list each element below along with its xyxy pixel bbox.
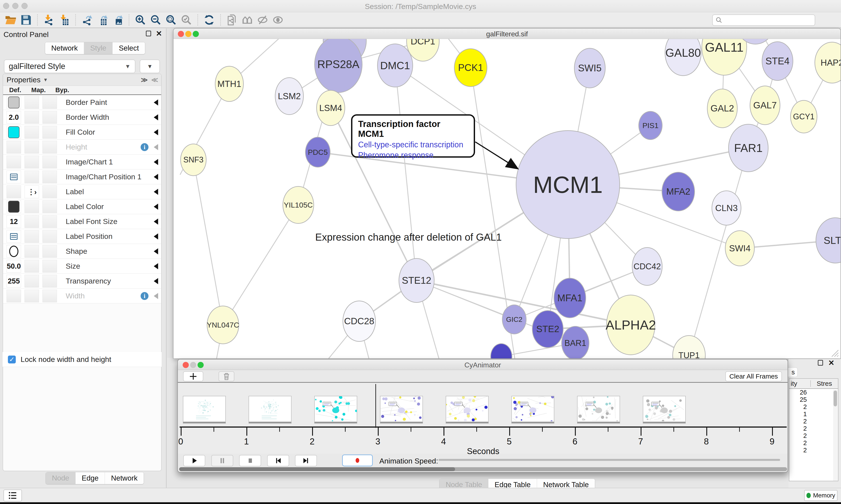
network-node-gic2[interactable]: GIC2: [502, 305, 526, 334]
network-node-cdc42[interactable]: CDC42: [632, 247, 662, 286]
bypass-cell[interactable]: [42, 200, 57, 213]
property-row[interactable]: Image/Chart Position 1: [3, 169, 161, 184]
delete-frame-button[interactable]: [219, 371, 234, 381]
default-cell[interactable]: [6, 96, 21, 109]
table-cell[interactable]: 2: [789, 439, 807, 447]
bypass-cell[interactable]: [42, 245, 57, 258]
collapse-arrow-icon[interactable]: [154, 144, 158, 150]
bypass-cell[interactable]: [42, 96, 57, 109]
bypass-cell[interactable]: [42, 156, 57, 168]
mapping-cell[interactable]: [24, 126, 39, 139]
table-row[interactable]: 2: [789, 432, 838, 439]
open-button[interactable]: [4, 14, 17, 26]
network-node-lsm4[interactable]: LSM4: [316, 90, 345, 126]
resize-grip-icon[interactable]: [829, 349, 839, 358]
collapse-all-icon[interactable]: ≪: [151, 76, 158, 84]
table-row[interactable]: 25: [789, 396, 838, 403]
collapse-arrow-icon[interactable]: [154, 204, 158, 210]
cyanimator-titlebar[interactable]: CyAnimator: [178, 360, 788, 370]
bypass-cell[interactable]: [42, 215, 57, 228]
mapping-cell[interactable]: [24, 170, 39, 183]
close-panel-icon[interactable]: ✕: [156, 31, 162, 36]
zoom-in-button[interactable]: [134, 14, 147, 26]
annotation-link[interactable]: Pheromone response: [358, 151, 468, 160]
property-row[interactable]: 2.0Border Width: [3, 110, 161, 125]
timeline-scrollbar[interactable]: [179, 467, 787, 471]
mapping-cell[interactable]: [24, 290, 39, 302]
bypass-cell[interactable]: [42, 111, 57, 124]
tab-style[interactable]: Style: [84, 42, 112, 54]
zoom-out-button[interactable]: [149, 14, 162, 26]
tab-network[interactable]: Network: [45, 42, 84, 54]
mapping-cell[interactable]: [24, 96, 39, 109]
style-options-button[interactable]: ▼: [140, 59, 160, 73]
mapping-cell[interactable]: [24, 141, 39, 154]
add-frame-button[interactable]: [183, 371, 203, 381]
close-table-panel-icon[interactable]: ✕: [828, 360, 835, 366]
collapse-arrow-icon[interactable]: [154, 129, 158, 135]
network-node-bar1[interactable]: BAR1: [561, 326, 589, 358]
search-input[interactable]: [725, 16, 808, 24]
table-row[interactable]: 2: [789, 418, 838, 425]
property-row[interactable]: Label Position: [3, 229, 161, 244]
pause-button[interactable]: [211, 455, 233, 466]
bypass-cell[interactable]: [42, 260, 57, 273]
property-row[interactable]: 12Label Font Size: [3, 214, 161, 229]
frame-thumbnail-6[interactable]: [577, 396, 620, 424]
frame-thumbnail-4[interactable]: [446, 396, 489, 424]
network-node-swi5[interactable]: SWI5: [574, 48, 606, 88]
timeline[interactable]: Seconds 0123456789: [178, 383, 788, 454]
network-node-ynl047c[interactable]: YNL047C: [207, 306, 239, 344]
collapse-arrow-icon[interactable]: [154, 189, 158, 195]
network-node-cdc28[interactable]: CDC28: [342, 301, 376, 342]
annotation-link[interactable]: Cell-type-specific transcription: [358, 140, 468, 149]
frame-thumbnail-5[interactable]: [512, 396, 554, 424]
default-cell[interactable]: [6, 141, 21, 154]
bypass-cell[interactable]: [42, 141, 57, 154]
default-cell[interactable]: [6, 156, 21, 168]
mapping-cell[interactable]: ⋮›: [24, 185, 39, 198]
collapse-arrow-icon[interactable]: [154, 293, 158, 299]
network-node-ste2[interactable]: STE2: [532, 310, 563, 348]
show-details-button[interactable]: [272, 14, 284, 26]
network-node-yil105c[interactable]: YIL105C: [283, 186, 314, 224]
network-node-alpha2[interactable]: ALPHA2: [606, 295, 655, 355]
collapse-arrow-icon[interactable]: [154, 100, 158, 106]
table-scrollbar[interactable]: [833, 390, 838, 481]
chevron-down-icon[interactable]: ▼: [43, 77, 48, 83]
bypass-cell[interactable]: [42, 126, 57, 139]
network-node-gcy1[interactable]: GCY1: [790, 100, 817, 133]
bypass-cell[interactable]: [42, 170, 57, 183]
hide-details-button[interactable]: [256, 14, 269, 26]
table-header-row[interactable]: ity Stres: [789, 379, 838, 389]
network-node-ste4[interactable]: STE4: [762, 41, 793, 81]
property-row[interactable]: Shape: [3, 244, 161, 259]
property-row[interactable]: Fill Color: [3, 125, 161, 140]
table-cell[interactable]: 2: [789, 418, 807, 425]
network-edge[interactable]: [395, 66, 416, 281]
network-node-lsm2[interactable]: LSM2: [275, 77, 304, 115]
animation-speed-slider[interactable]: [439, 459, 780, 461]
export-network-button[interactable]: [80, 14, 93, 26]
bypass-cell[interactable]: [42, 290, 57, 302]
network-canvas[interactable]: Expression change after deletion of GAL1…: [174, 39, 841, 358]
network-node-dmc1[interactable]: DMC1: [377, 43, 413, 87]
import-table-button[interactable]: [58, 14, 71, 26]
step-backward-button[interactable]: [267, 455, 289, 466]
table-row[interactable]: 2: [789, 403, 838, 411]
collapse-arrow-icon[interactable]: [154, 159, 158, 165]
table-cell[interactable]: 2: [789, 403, 807, 411]
network-node-mth1[interactable]: MTH1: [215, 66, 244, 102]
zoom-fit-button[interactable]: [165, 14, 177, 26]
collapse-arrow-icon[interactable]: [154, 114, 158, 121]
tab-node[interactable]: Node: [46, 472, 75, 484]
network-edge[interactable]: [223, 205, 298, 325]
bypass-cell[interactable]: [42, 185, 57, 198]
network-window-titlebar[interactable]: galFiltered.sif: [174, 29, 841, 39]
default-cell[interactable]: [6, 170, 21, 183]
memory-button[interactable]: Memory: [804, 490, 838, 501]
network-node-ste12[interactable]: STE12: [399, 258, 434, 303]
table-row[interactable]: 26: [789, 389, 838, 396]
tab-select[interactable]: Select: [112, 42, 145, 54]
save-button[interactable]: [20, 14, 32, 26]
